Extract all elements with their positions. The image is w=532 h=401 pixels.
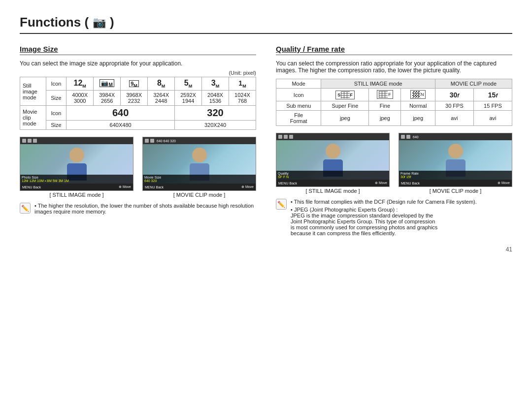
size-col-label: Size — [46, 91, 66, 106]
quality-title: Quality / Frame rate — [276, 45, 512, 55]
screen-icon — [289, 135, 293, 139]
screen-icon — [284, 135, 288, 139]
menu-overlay: Movie Size 640 320 — [143, 175, 256, 184]
back-label: MENU Back — [22, 185, 41, 189]
main-content: Image Size You can select the image size… — [20, 45, 512, 236]
table-row: Stillimagemode Icon 12M 📷M 9M 8M 5M 3M 1… — [20, 77, 256, 91]
screen-bottom-bar: MENU Back ⊕ Move — [143, 184, 256, 190]
bullet-1: • — [291, 199, 294, 205]
format-avi-1: avi — [435, 111, 473, 126]
icon-row-label: Icon — [276, 89, 321, 101]
icon-f: F — [369, 89, 401, 101]
icon-9m: 9M — [121, 77, 148, 91]
movie-mode-label: Movieclipmode — [20, 106, 46, 130]
file-format-label: FileFormat — [276, 111, 321, 126]
size-3968: 3968X2232 — [121, 91, 148, 106]
page-title: Functions ( 📷 ) — [20, 15, 512, 34]
still-image-caption: [ STILL IMAGE mode ] — [20, 192, 133, 198]
still-image-header: STILL IMAGE mode — [321, 79, 435, 89]
icon-5m: 5M — [175, 77, 202, 91]
table-row: Icon SF F N — [276, 89, 512, 101]
submenu-30fps: 30 FPS — [435, 101, 473, 111]
screen-top-bar: 640 — [399, 133, 512, 140]
note-text: • The higher the resolution, the lower t… — [34, 203, 256, 215]
movie-size-label: Size — [46, 121, 66, 130]
icon-12m: 12M — [66, 77, 94, 91]
format-avi-2: avi — [473, 111, 512, 126]
screen-icon — [406, 135, 410, 139]
size-320x240: 320X240 — [175, 121, 256, 130]
menu-overlay: Photo Size 12M 12M 10M ▪ 8M 5M 3M 1M — [20, 175, 133, 184]
screen-content: Quality SF F N — [276, 140, 389, 180]
menu-overlay: Quality SF F N — [276, 171, 389, 180]
icon-15fps: 15f — [473, 89, 512, 101]
screen-icon — [150, 139, 154, 143]
back-label: MENU Back — [401, 182, 420, 185]
note-text-container: • This file format complies with the DCF… — [291, 199, 477, 236]
submenu-fine: Fine — [369, 101, 401, 111]
icon-8m: 8M — [148, 77, 175, 91]
move-label: ⊕ Move — [119, 185, 131, 189]
move-label: ⊕ Move — [498, 181, 510, 185]
movie-icon-label: Icon — [46, 106, 66, 121]
camera-icon: 📷 — [93, 16, 106, 29]
quality-notes: ✏️ • This file format complies with the … — [276, 199, 512, 236]
quality-table: Mode STILL IMAGE mode MOVIE CLIP mode Ic… — [276, 79, 512, 126]
size-label: 640 — [413, 135, 419, 139]
icon-10m: 📷M — [94, 77, 121, 91]
icon-1m: 1M — [229, 77, 256, 91]
unit-note: (Unit: pixel) — [20, 70, 256, 76]
quality-still-caption: [ STILL IMAGE mode ] — [276, 188, 390, 194]
icon-30fps: 30f — [435, 89, 473, 101]
icon-sf: SF — [321, 89, 369, 101]
quality-still-screenshot: Quality SF F N MENU Back ⊕ Move — [276, 133, 390, 187]
move-label: ⊕ Move — [375, 181, 387, 185]
image-size-table: Stillimagemode Icon 12M 📷M 9M 8M 5M 3M 1… — [20, 77, 256, 130]
note-icon: ✏️ — [20, 203, 31, 214]
image-size-note: ✏️ • The higher the resolution, the lowe… — [20, 203, 256, 215]
format-jpeg-3: jpeg — [401, 111, 435, 126]
screen-icon — [22, 139, 26, 143]
size-1024: 1024X768 — [229, 91, 256, 106]
quality-desc: You can select the compression ratio app… — [276, 60, 512, 74]
size-2048: 2048X1536 — [202, 91, 229, 106]
image-size-screenshots: Photo Size 12M 12M 10M ▪ 8M 5M 3M 1M MEN… — [20, 137, 256, 198]
screen-content: Movie Size 640 320 — [143, 144, 256, 184]
movie-clip-screenshot: 640 640 320 Movie Size 640 320 — [142, 137, 256, 191]
icon-320: 320 — [175, 106, 256, 121]
note-1-text: This file format complies with the DCF (… — [294, 199, 477, 205]
note-2: • JPEG (Joint Photographic Experts Group… — [291, 207, 477, 236]
menu-overlay: Frame Rate 30f 15f — [399, 171, 512, 180]
icon-640: 640 — [66, 106, 175, 121]
back-label: MENU Back — [145, 185, 164, 189]
title-text: Functions ( — [20, 15, 89, 30]
screen-content: Frame Rate 30f 15f — [399, 140, 512, 180]
screen-icon — [33, 139, 37, 143]
size-3984: 3984X2656 — [94, 91, 121, 106]
table-row: Sub menu Super Fine Fine Normal 30 FPS 1… — [276, 101, 512, 111]
submenu-superfine: Super Fine — [321, 101, 369, 111]
screen-bottom-bar: MENU Back ⊕ Move — [20, 184, 133, 190]
bullet: • — [34, 203, 38, 209]
image-size-section: Image Size You can select the image size… — [20, 45, 256, 236]
size-4000: 4000X3000 — [66, 91, 94, 106]
quality-section: Quality / Frame rate You can select the … — [276, 45, 512, 236]
image-size-title: Image Size — [20, 45, 256, 55]
mode-header: Mode — [276, 79, 321, 89]
size-2592: 2592X1944 — [175, 91, 202, 106]
move-label: ⊕ Move — [241, 185, 254, 189]
submenu-label: Sub menu — [276, 101, 321, 111]
quality-movie-screenshot-container: 640 Frame Rate 30f 15f — [399, 133, 512, 194]
icon-n: N — [401, 89, 435, 101]
quality-movie-screenshot: 640 Frame Rate 30f 15f — [399, 133, 512, 187]
still-image-screenshot-container: Photo Size 12M 12M 10M ▪ 8M 5M 3M 1M MEN… — [20, 137, 133, 198]
movie-clip-header: MOVIE CLIP mode — [435, 79, 512, 89]
icon-3m: 3M — [202, 77, 229, 91]
screen-top-bar — [20, 137, 133, 144]
table-row: Size 4000X3000 3984X2656 3968X2232 3264X… — [20, 91, 256, 106]
screen-icon — [145, 139, 149, 143]
note-content: The higher the resolution, the lower the… — [34, 203, 254, 215]
table-row: Size 640X480 320X240 — [20, 121, 256, 130]
submenu-15fps: 15 FPS — [473, 101, 512, 111]
screen-content: Photo Size 12M 12M 10M ▪ 8M 5M 3M 1M — [20, 144, 133, 184]
